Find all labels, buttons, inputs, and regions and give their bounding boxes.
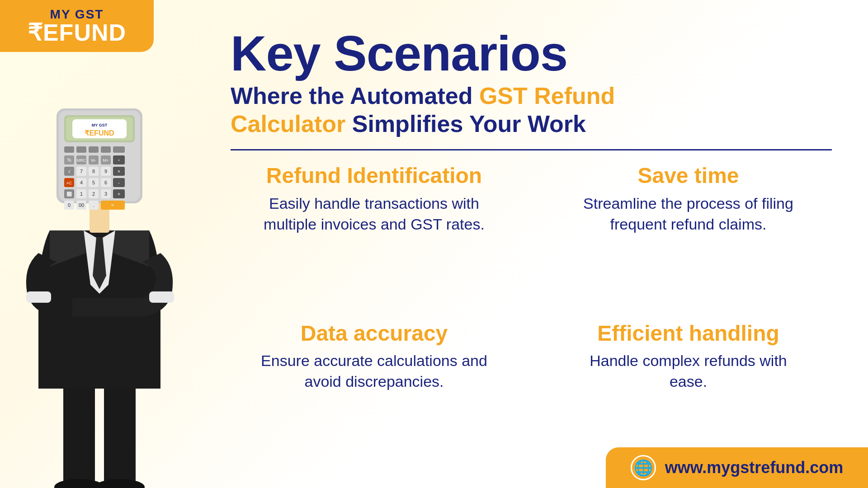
svg-rect-5 (149, 291, 174, 303)
svg-text:⬜: ⬜ (66, 191, 72, 197)
svg-text:AC: AC (66, 181, 72, 185)
scenarios-grid: Refund Identification Easily handle tran… (231, 164, 832, 470)
svg-text:4: 4 (80, 180, 83, 185)
svg-text:-: - (118, 180, 120, 185)
svg-text:8: 8 (92, 169, 95, 174)
svg-text:MRC: MRC (77, 158, 86, 163)
svg-rect-4 (26, 291, 51, 303)
svg-text:2: 2 (92, 191, 95, 197)
website-url: www.mygstrefund.com (665, 458, 844, 477)
svg-point-3 (95, 479, 145, 488)
svg-text:%: % (67, 158, 71, 163)
svg-text:=: = (111, 202, 114, 208)
hero-image: MY GST ₹EFUND % MRC M- M+ ÷ √ 7 (0, 54, 199, 488)
svg-text:3: 3 (104, 191, 107, 197)
svg-text:0: 0 (68, 202, 71, 208)
svg-rect-14 (64, 146, 74, 153)
scenario-4-title: Efficient handling (597, 322, 779, 346)
scenario-1-desc: Easily handle transactions with multiple… (257, 193, 492, 235)
globe-icon: 🌐 (631, 455, 656, 480)
svg-text:00: 00 (79, 202, 84, 208)
scenario-data-accuracy: Data accuracy Ensure accurate calculatio… (231, 322, 518, 470)
subtitle-orange2: Calculator (231, 111, 345, 137)
svg-text:₹EFUND: ₹EFUND (85, 129, 114, 137)
svg-rect-0 (63, 384, 95, 488)
subtitle-part1: Where the Automated (231, 83, 479, 109)
divider (231, 149, 832, 150)
svg-text:×: × (118, 169, 120, 174)
svg-text:.: . (93, 202, 94, 208)
logo-my-gst: MY GST (50, 8, 104, 21)
svg-text:+: + (118, 191, 120, 197)
svg-rect-18 (113, 146, 125, 153)
scenario-2-title: Save time (637, 164, 739, 188)
subtitle-orange1: GST Refund (479, 83, 615, 109)
scenario-save-time: Save time Streamline the process of fili… (545, 164, 832, 312)
person-figure: MY GST ₹EFUND % MRC M- M+ ÷ √ 7 (14, 59, 185, 488)
svg-text:5: 5 (92, 180, 95, 185)
svg-text:7: 7 (80, 169, 83, 174)
scenario-4-desc: Handle complex refunds with ease. (571, 351, 806, 392)
subtitle-part2: Simplifies Your Work (345, 111, 586, 137)
svg-text:1: 1 (80, 191, 83, 197)
subtitle: Where the Automated GST Refund Calculato… (231, 82, 832, 138)
svg-text:÷: ÷ (118, 158, 120, 163)
logo-badge: MY GST ₹EFUND (0, 0, 154, 52)
svg-rect-15 (76, 146, 86, 153)
svg-rect-16 (89, 146, 99, 153)
svg-rect-17 (101, 146, 111, 153)
svg-rect-1 (104, 384, 136, 488)
scenario-refund-identification: Refund Identification Easily handle tran… (231, 164, 518, 312)
scenario-2-desc: Streamline the process of filing frequen… (571, 193, 806, 235)
svg-text:M+: M+ (103, 158, 109, 163)
svg-text:6: 6 (104, 180, 107, 185)
scenario-3-desc: Ensure accurate calculations and avoid d… (257, 351, 492, 392)
svg-text:MY GST: MY GST (92, 123, 108, 127)
svg-text:M-: M- (91, 158, 96, 163)
svg-text:√: √ (68, 169, 71, 174)
main-content: Key Scenarios Where the Automated GST Re… (203, 0, 868, 488)
svg-text:9: 9 (104, 169, 107, 174)
logo-refund: ₹EFUND (28, 21, 126, 44)
footer-bar: 🌐 www.mygstrefund.com (606, 447, 868, 488)
scenario-3-title: Data accuracy (301, 322, 448, 346)
page-title: Key Scenarios (231, 27, 832, 80)
scenario-1-title: Refund Identification (266, 164, 482, 188)
